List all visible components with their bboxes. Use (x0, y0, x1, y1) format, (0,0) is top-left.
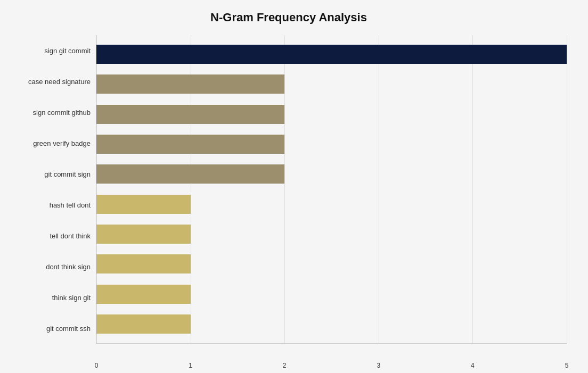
bar (96, 135, 284, 154)
bar-row (96, 253, 567, 275)
x-tick: 3 (377, 362, 380, 369)
y-label: green verify badge (11, 140, 91, 147)
bar-row (96, 284, 567, 305)
grid-line-5 (567, 35, 567, 343)
chart-container: N-Gram Frequency Analysis sign git commi… (0, 0, 588, 373)
y-label: tell dont think (11, 233, 91, 239)
bar-row (96, 73, 567, 95)
bar-row (96, 313, 567, 335)
chart-title: N-Gram Frequency Analysis (11, 11, 567, 24)
bar-row (96, 44, 567, 65)
bar-row (96, 194, 567, 215)
y-label: hash tell dont (11, 202, 91, 209)
y-label: dont think sign (11, 263, 91, 270)
bar (96, 195, 191, 214)
y-label: think sign git (11, 294, 91, 301)
x-tick: 2 (283, 362, 287, 369)
y-label: sign commit github (11, 109, 91, 116)
bar (96, 254, 191, 273)
bar (96, 314, 191, 334)
chart-area: sign git commitcase need signaturesign c… (11, 35, 567, 344)
bar (96, 45, 567, 64)
y-label: case need signature (11, 78, 91, 85)
bar-row (96, 223, 567, 245)
y-label: git commit ssh (11, 325, 91, 332)
bar (96, 285, 191, 304)
bar (96, 225, 191, 244)
bar (96, 74, 284, 94)
y-label: sign git commit (11, 47, 91, 54)
plot-area: 012345 (96, 35, 567, 344)
y-axis-labels: sign git commitcase need signaturesign c… (11, 35, 96, 344)
x-tick: 0 (95, 362, 99, 369)
bar-row (96, 163, 567, 185)
x-tick: 4 (471, 362, 475, 369)
bar-row (96, 134, 567, 155)
x-tick: 5 (565, 362, 569, 369)
x-tick: 1 (189, 362, 192, 369)
bar (96, 105, 284, 124)
bars-container (96, 35, 567, 343)
bar-row (96, 104, 567, 125)
bar (96, 164, 284, 184)
y-label: git commit sign (11, 171, 91, 178)
